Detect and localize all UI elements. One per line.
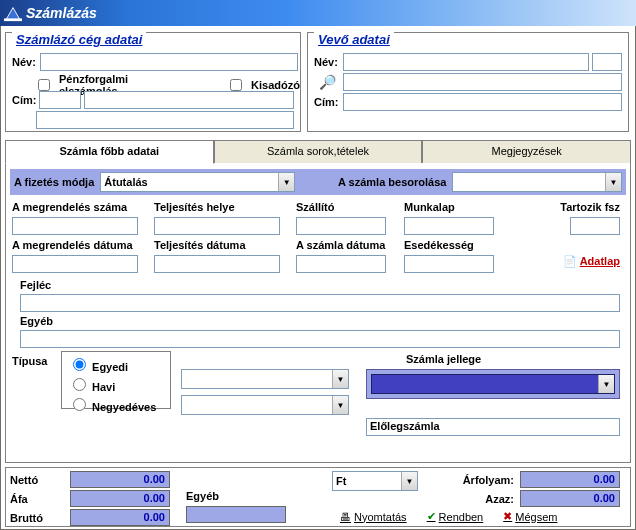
chevron-down-icon: ▼	[332, 370, 348, 388]
issuer-street-input[interactable]	[36, 111, 294, 129]
cash-accounting-checkbox[interactable]	[38, 79, 50, 91]
sum-value: 0.00	[520, 490, 620, 507]
invoice-date-label: A számla dátuma	[296, 239, 385, 251]
customer-name-label: Név:	[314, 56, 340, 68]
customer-name-input[interactable]	[343, 53, 589, 71]
sum-label: Azaz:	[485, 493, 514, 505]
binoculars-icon[interactable]: 🔎	[314, 74, 340, 90]
customer-search-input[interactable]	[343, 73, 622, 91]
datasheet-link[interactable]: 📄 Adatlap	[563, 255, 620, 268]
issuer-name-input[interactable]	[40, 53, 298, 71]
printer-icon: 🖶	[340, 511, 351, 523]
carrier-label: Szállító	[296, 201, 335, 213]
type-label: Típusa	[12, 355, 47, 367]
invoice-date-input[interactable]	[296, 255, 386, 273]
tab-lines[interactable]: Számla sorok,tételek	[214, 140, 423, 164]
invoice-class-label: A számla besorolása	[338, 176, 446, 188]
chevron-down-icon: ▼	[605, 173, 621, 191]
currency-select[interactable]: Ft ▼	[332, 471, 418, 491]
title-text: Számlázás	[26, 5, 97, 21]
chevron-down-icon: ▼	[598, 375, 614, 393]
customer-addr-input[interactable]	[343, 93, 622, 111]
net-label: Nettó	[10, 474, 38, 486]
svg-rect-1	[4, 18, 22, 21]
worksheet-input[interactable]	[404, 217, 494, 235]
cancel-button[interactable]: ✖ Mégsem	[503, 510, 557, 523]
tab-bar: Számla főbb adatai Számla sorok,tételek …	[5, 140, 631, 164]
other-total-label: Egyéb	[186, 490, 219, 502]
perf-place-label: Teljesítés helye	[154, 201, 235, 213]
tab-notes[interactable]: Megjegyzések	[422, 140, 631, 164]
gross-value: 0.00	[70, 509, 170, 526]
small-taxpayer-checkbox[interactable]	[230, 79, 242, 91]
header-input[interactable]	[20, 294, 620, 312]
radio-havi[interactable]: Havi	[68, 375, 164, 395]
document-icon: 📄	[563, 255, 577, 267]
close-icon: ✖	[503, 510, 512, 523]
perf-date-input[interactable]	[154, 255, 280, 273]
issuer-addr-label: Cím:	[12, 94, 36, 106]
app-logo-icon	[4, 4, 22, 22]
net-value: 0.00	[70, 471, 170, 488]
customer-code-input[interactable]	[592, 53, 622, 71]
bottom-bar: Nettó 0.00 Áfa 0.00 Bruttó 0.00 Egyéb Ft…	[5, 467, 631, 527]
svg-marker-0	[6, 8, 20, 21]
invoice-kind-select[interactable]: ▼	[371, 374, 615, 394]
customer-heading: Vevő adatai	[314, 32, 394, 47]
customer-addr-label: Cím:	[314, 96, 340, 108]
pay-method-label: A fizetés módja	[14, 176, 94, 188]
issuer-zip-input[interactable]	[39, 91, 81, 109]
type-radio-group: Egyedi Havi Negyedéves	[61, 351, 171, 409]
perf-date-label: Teljesítés dátuma	[154, 239, 246, 251]
title-bar: Számlázás	[0, 0, 636, 26]
owes-fsz-input[interactable]	[570, 217, 620, 235]
radio-egyedi[interactable]: Egyedi	[68, 355, 164, 375]
pay-method-value: Átutalás	[104, 176, 147, 188]
type-extra-select-2[interactable]: ▼	[181, 395, 349, 415]
small-taxpayer-label: Kisadózó	[251, 79, 300, 91]
order-date-input[interactable]	[12, 255, 138, 273]
chevron-down-icon: ▼	[332, 396, 348, 414]
other-label: Egyéb	[20, 315, 53, 327]
print-button[interactable]: 🖶 Nyomtatás	[340, 510, 407, 523]
advance-label-field: Előlegszámla	[366, 418, 620, 436]
header-label: Fejléc	[20, 279, 51, 291]
invoice-kind-label: Számla jellege	[406, 353, 481, 365]
check-icon: ✔	[427, 510, 436, 523]
rate-label: Árfolyam:	[463, 474, 514, 486]
carrier-input[interactable]	[296, 217, 386, 235]
owes-fsz-label: Tartozik fsz	[560, 201, 620, 213]
rate-value: 0.00	[520, 471, 620, 488]
ok-button[interactable]: ✔ Rendben	[427, 510, 484, 523]
chevron-down-icon: ▼	[278, 173, 294, 191]
type-extra-select[interactable]: ▼	[181, 369, 349, 389]
tab-main[interactable]: Számla főbb adatai	[5, 140, 214, 164]
vat-value: 0.00	[70, 490, 170, 507]
customer-group: Vevő adatai Név: 🔎 Cím:	[307, 32, 629, 132]
radio-negyed[interactable]: Negyedéves	[68, 395, 164, 415]
order-no-input[interactable]	[12, 217, 138, 235]
order-date-label: A megrendelés dátuma	[12, 239, 133, 251]
order-no-label: A megrendelés száma	[12, 201, 127, 213]
tab-panel-main: A fizetés módja Átutalás ▼ A számla beso…	[5, 163, 631, 463]
invoice-class-select[interactable]: ▼	[452, 172, 622, 192]
other-input[interactable]	[20, 330, 620, 348]
chevron-down-icon: ▼	[401, 472, 417, 490]
gross-label: Bruttó	[10, 512, 43, 524]
issuer-group: Számlázó cég adatai Név: Pénzforgalmi el…	[5, 32, 301, 132]
due-date-input[interactable]	[404, 255, 494, 273]
vat-label: Áfa	[10, 493, 28, 505]
issuer-heading: Számlázó cég adatai	[12, 32, 146, 47]
worksheet-label: Munkalap	[404, 201, 455, 213]
other-total-value	[186, 506, 286, 523]
issuer-name-label: Név:	[12, 56, 36, 68]
due-date-label: Esedékesség	[404, 239, 474, 251]
issuer-city-input[interactable]	[84, 91, 294, 109]
pay-method-select[interactable]: Átutalás ▼	[100, 172, 295, 192]
content-area: Számlázó cég adatai Név: Pénzforgalmi el…	[0, 26, 636, 530]
perf-place-input[interactable]	[154, 217, 280, 235]
